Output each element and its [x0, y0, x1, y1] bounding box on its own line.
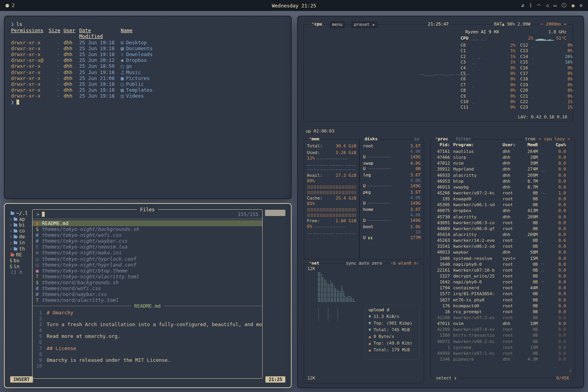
- table-row[interactable]: 44889 kworker/u96:0-gf root 0B 0.0: [430, 226, 575, 232]
- table-row[interactable]: 1486 systemd-resolve syst+ 15M 0.0: [430, 256, 575, 262]
- tree-toggle[interactable]: tree: [524, 136, 537, 142]
- table-row[interactable]: 40075 dropbox dhh 413M 0.0: [430, 208, 575, 214]
- chevron-icon: ›: [9, 240, 13, 245]
- table-row[interactable]: 46913 swaybg dhh 8.7M 0.0: [430, 185, 575, 191]
- scroll-indicator[interactable]: [265, 210, 285, 216]
- scroll-down-icon[interactable]: ↓: [569, 368, 572, 373]
- volume-icon[interactable]: ◁: [545, 2, 548, 9]
- table-row[interactable]: 47012 nvim dhh 39M 0.0: [430, 161, 575, 167]
- display-icon[interactable]: ▭: [554, 2, 557, 9]
- user-icon[interactable]: ◉: [572, 2, 575, 9]
- table-row[interactable]: 46953 btop dhh 8.7M 0.0: [430, 179, 575, 185]
- tree-item[interactable]: ›in: [9, 240, 31, 245]
- table-row[interactable]: 1380 btrfs-transactio root 0B 0.0: [430, 333, 575, 339]
- table-row[interactable]: 46072 kworker/u98:2-kc root 0B 0.0: [430, 339, 575, 345]
- list-item[interactable]: #themes/tokyo-night/waybar.css: [33, 238, 262, 244]
- core-row: C200%: [520, 88, 573, 93]
- tree-item[interactable]: ›th: [9, 246, 31, 252]
- process-name: napi/phy0-0: [453, 279, 499, 285]
- table-row[interactable]: 1827 mt76-tx phy0 root 0B 0.0: [430, 298, 575, 303]
- interface-switcher[interactable]: ‹b wlan0 n›: [389, 261, 421, 266]
- table-row[interactable]: 45266 kworker/u97:2-kc root 0B ⠢⠄ 1.0: [430, 191, 575, 196]
- pid-header[interactable]: Pid:: [434, 142, 450, 148]
- power-icon[interactable]: ⊙: [579, 2, 583, 9]
- table-row[interactable]: 1 systemd root 13M 0.0: [430, 345, 575, 351]
- table-row[interactable]: 47466 slurp dhh 28M 0.0: [430, 155, 575, 161]
- list-item[interactable]: ○themes/tokyo-night/hyprland.conf: [33, 262, 262, 268]
- user-header[interactable]: User:: [503, 142, 519, 148]
- update-interval[interactable]: ─ 2000ms ↔: [539, 22, 568, 27]
- table-row[interactable]: 176 kcompactd0 root 0B 0.0: [430, 303, 575, 309]
- workspace-indicator[interactable]: 2: [5, 3, 15, 8]
- list-item[interactable]: $themes/nord/backgrounds.sh: [33, 279, 262, 285]
- table-row[interactable]: 1640 napi/phy0-0 root 0B ⠒ 0.0: [430, 262, 575, 268]
- table-row[interactable]: 31541 kworker/u96:2-sd root 0B 0.0: [430, 244, 575, 250]
- list-item[interactable]: #themes/nord/waybar.css: [33, 291, 262, 297]
- list-item[interactable]: ◉themes/tokyo-night/btop.theme: [33, 268, 262, 274]
- list-item[interactable]: #themes/nord/wofi.css: [33, 285, 262, 291]
- table-row[interactable]: 1346 pipewire dhh 4.3M 0.0: [430, 357, 575, 363]
- sort-selector[interactable]: ← cpu lazy →: [537, 136, 572, 142]
- table-row[interactable]: 44956 kworker/u97:1-kc root 0B 0.0: [430, 351, 575, 357]
- table-row[interactable]: 42208 kworker/u97:3-ev root 0B 0.0: [430, 315, 575, 321]
- table-row[interactable]: 1642 napi/phy0-0 root 0B ⠒ 0.0: [430, 279, 575, 285]
- chevron-icon: $: [9, 263, 13, 269]
- tree-item[interactable]: RE: [9, 252, 31, 258]
- list-item[interactable]: Tthemes/nord/alacritty.toml: [33, 297, 262, 303]
- mem-header[interactable]: MemB: [522, 142, 538, 148]
- bluetooth-icon[interactable]: ᛒ: [529, 2, 532, 9]
- table-row[interactable]: 45730 alacritty dhh 209M 0.0: [430, 214, 575, 220]
- process-cpu: 1.0: [553, 191, 566, 196]
- table-row[interactable]: 47161 nautilus dhh 264M ⡀ 0.0: [430, 149, 575, 155]
- table-row[interactable]: 1327 dmcrypt_write/25 root 0B 0.0: [430, 274, 575, 279]
- table-row[interactable]: 195 kswapd0 root 0B 0.0: [430, 196, 575, 202]
- io-mode-label[interactable]: io: [412, 136, 421, 142]
- list-item[interactable]: ○themes/tokyo-night/hyprlock.conf: [33, 256, 262, 262]
- tree-item[interactable]: ›ap: [9, 216, 31, 222]
- list-item[interactable]: ☾themes/tokyo-night/neovim.lua: [33, 244, 262, 250]
- folder-icon: ▢: [121, 63, 124, 69]
- table-row[interactable]: 39912 Hyprland dhh 274M ⣀⡀ 0.0: [430, 167, 575, 172]
- table-row[interactable]: 22161 kworker/u97:10-b root 0B ⠤ 0.0: [430, 268, 575, 274]
- table-row[interactable]: 16 rcu_preempt root 0B 0.0: [430, 309, 575, 315]
- select-hint[interactable]: select ↕: [434, 376, 458, 381]
- cpu-header[interactable]: Cpu%: [553, 142, 566, 148]
- filter-button[interactable]: filter: [454, 136, 473, 142]
- cpu-summary-graph: ⣀⣀⡀⣀⣀: [471, 36, 526, 41]
- table-row[interactable]: 45263 kworker/14:2-eve root 0B ⡀ 0.6: [430, 238, 575, 244]
- process-cpu: 0.0: [553, 315, 566, 321]
- user: dhh: [64, 40, 75, 45]
- table-row[interactable]: 1794 containerd root 44M 0.0: [430, 285, 575, 291]
- table-row[interactable]: 1577 irq/81-PIXA3854: root 0B ⡀ 0.0: [430, 291, 575, 297]
- info-icon[interactable]: ⓘ: [561, 2, 566, 9]
- cpu-box-title: *cpu: [310, 22, 324, 27]
- table-row[interactable]: 45414 alacritty dhh 208M 0.0: [430, 232, 575, 238]
- tree-item[interactable]: ›de: [9, 234, 31, 240]
- list-item[interactable]: #themes/tokyo-night/wofi.css: [33, 232, 262, 238]
- table-row[interactable]: 43091 kworker/u96:3-co root 0B 0.0: [430, 220, 575, 226]
- table-row[interactable]: 46933 alacritty dhh 209M 0.0: [430, 173, 575, 179]
- list-item[interactable]: Tthemes/tokyo-night/alacritty.toml: [33, 274, 262, 279]
- wifi-icon[interactable]: ◠: [537, 2, 541, 9]
- tree-item[interactable]: ›bi: [9, 222, 31, 228]
- list-item[interactable]: ▥README.md: [33, 220, 262, 226]
- table-row[interactable]: 40013 waybar dhh 58M 0.0: [430, 250, 575, 256]
- net-options[interactable]: sync auto zero: [344, 261, 384, 266]
- table-row: drwxr-xr-x - dhh 25 Jun 19:18 ⊡Desktop: [11, 40, 285, 45]
- list-item[interactable]: ≡themes/tokyo-night/mako.ini: [33, 250, 262, 256]
- tree-item[interactable]: ~/.l: [9, 210, 31, 216]
- list-item[interactable]: $themes/tokyo-night/backgrounds.sh: [33, 226, 262, 232]
- updates-icon[interactable]: ⇵: [521, 2, 524, 9]
- tree-item[interactable]: $in: [9, 263, 31, 269]
- core-percent: 0%: [510, 105, 515, 110]
- tree-item[interactable]: ›co: [9, 228, 31, 234]
- program-header[interactable]: Program:: [453, 142, 499, 148]
- preset-button[interactable]: preset ★: [352, 22, 377, 28]
- tree-item[interactable]: (1 h: [9, 269, 31, 275]
- table-row[interactable]: 47011 nvim dhh 10M 0.0: [430, 321, 575, 327]
- menu-button[interactable]: menu: [330, 22, 345, 28]
- table-row[interactable]: 45305 kworker/u96:1-sd root 0B 0.0: [430, 202, 575, 208]
- tree-item[interactable]: $bo: [9, 258, 31, 263]
- table-row[interactable]: 42309 kworker/u97:4-kv root 0B 0.0: [430, 327, 575, 333]
- process-user: root: [503, 333, 519, 338]
